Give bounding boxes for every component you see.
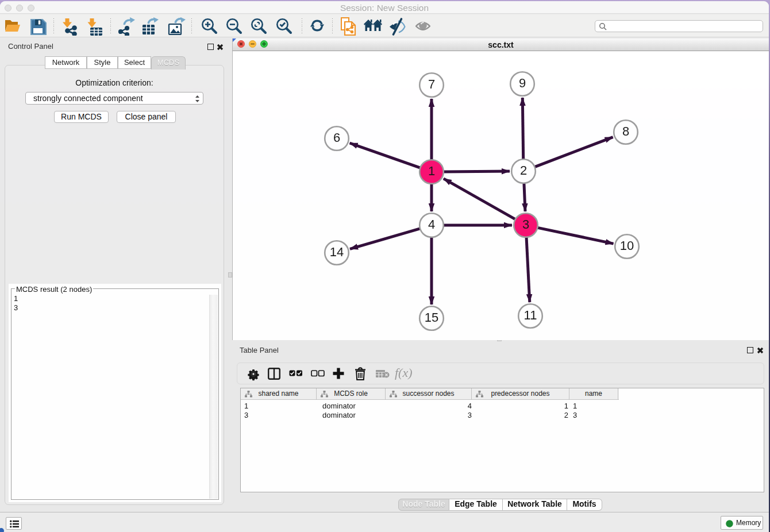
svg-text:7: 7 (428, 77, 435, 91)
svg-text:15: 15 (425, 310, 438, 325)
svg-text:4: 4 (428, 217, 435, 232)
svg-text:11: 11 (524, 308, 537, 322)
svg-text:2: 2 (520, 163, 527, 178)
svg-text:6: 6 (333, 130, 340, 145)
svg-text:14: 14 (330, 245, 344, 259)
svg-text:10: 10 (620, 238, 634, 253)
svg-text:3: 3 (522, 217, 529, 232)
svg-text:1: 1 (428, 164, 435, 178)
svg-text:8: 8 (622, 124, 629, 138)
svg-text:9: 9 (519, 76, 526, 90)
